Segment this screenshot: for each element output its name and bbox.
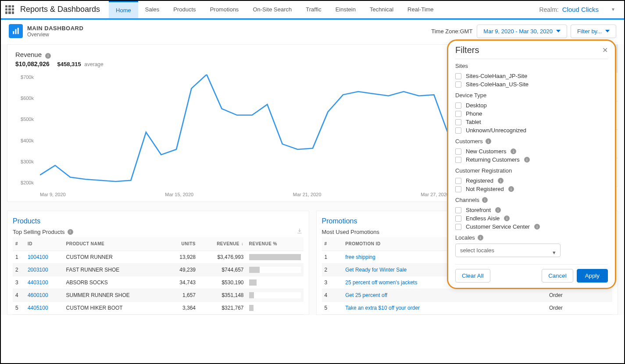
filter-option-label: Storefront bbox=[466, 207, 491, 213]
promotion-id-link[interactable]: free shipping bbox=[345, 254, 375, 260]
x-tick: Mar 15, 2020 bbox=[165, 192, 193, 197]
tab-on-site-search[interactable]: On-Site Search bbox=[246, 1, 299, 18]
promotion-class: Order bbox=[546, 301, 612, 314]
tab-real-time[interactable]: Real-Time bbox=[400, 1, 440, 18]
row-number: 2 bbox=[13, 263, 25, 276]
checkbox[interactable] bbox=[455, 81, 461, 88]
tab-sales[interactable]: Sales bbox=[138, 1, 167, 18]
cancel-button[interactable]: Cancel bbox=[542, 269, 573, 283]
info-icon[interactable]: i bbox=[478, 235, 483, 240]
product-id-link[interactable]: 4403100 bbox=[28, 279, 48, 286]
col-header[interactable]: REVENUE↓ bbox=[198, 237, 246, 251]
checkbox[interactable] bbox=[455, 111, 461, 117]
filter-option[interactable]: Registeredi bbox=[455, 177, 608, 185]
filter-option[interactable]: Endless Aislei bbox=[455, 214, 608, 223]
col-header[interactable]: PRODUCT NAME bbox=[64, 237, 167, 251]
checkbox[interactable] bbox=[455, 216, 461, 222]
info-icon[interactable]: i bbox=[508, 186, 514, 192]
clear-all-button[interactable]: Clear All bbox=[455, 269, 490, 283]
info-icon[interactable]: i bbox=[482, 197, 488, 203]
checkbox[interactable] bbox=[455, 119, 461, 125]
filter-option[interactable]: Phone bbox=[455, 110, 608, 118]
info-icon[interactable]: i bbox=[534, 224, 540, 230]
revenue-chart-card: Revenue i $10,082,926 $458,315 average $… bbox=[7, 44, 462, 202]
tab-home[interactable]: Home bbox=[109, 1, 138, 18]
filter-option[interactable]: Tablet bbox=[455, 118, 608, 126]
info-icon[interactable]: i bbox=[511, 148, 516, 154]
table-row: 11004100CUSTOM RUNNER13,928$3,476,993 bbox=[13, 251, 304, 263]
filter-by-label: Filter by... bbox=[577, 28, 602, 35]
svg-rect-0 bbox=[13, 31, 14, 34]
filter-option[interactable]: Sites-ColeHaan_US-Site bbox=[455, 80, 608, 88]
app-launcher-icon[interactable] bbox=[5, 5, 14, 14]
col-header[interactable]: ID bbox=[25, 237, 64, 251]
info-icon[interactable]: i bbox=[68, 229, 73, 235]
info-icon[interactable]: i bbox=[45, 53, 51, 59]
filter-option[interactable]: Desktop bbox=[455, 101, 608, 110]
date-range-picker[interactable]: Mar 9, 2020 - Mar 30, 2020 bbox=[477, 25, 567, 38]
dashboard-icon bbox=[9, 24, 23, 38]
filter-option[interactable]: Storefronti bbox=[455, 206, 608, 214]
promotion-id-link[interactable]: Get 25 percent off bbox=[345, 292, 387, 298]
realm-selector[interactable]: Realm: Cloud Clicks ▼ bbox=[539, 6, 620, 13]
tab-einstein[interactable]: Einstein bbox=[329, 1, 363, 18]
checkbox[interactable] bbox=[455, 178, 461, 184]
col-header[interactable]: UNITS bbox=[166, 237, 198, 251]
filter-group-title: Sites bbox=[455, 63, 608, 69]
filter-option-label: Phone bbox=[466, 110, 482, 117]
filter-option[interactable]: Unknown/Unrecognized bbox=[455, 126, 608, 134]
filter-option-label: Registered bbox=[466, 177, 493, 184]
checkbox[interactable] bbox=[455, 148, 461, 155]
apply-button[interactable]: Apply bbox=[577, 269, 608, 283]
filter-option[interactable]: New Customersi bbox=[455, 147, 608, 155]
col-header[interactable]: # bbox=[13, 237, 25, 251]
info-icon[interactable]: i bbox=[504, 216, 510, 221]
promotion-id-link[interactable]: Take an extra $10 off your order bbox=[345, 305, 420, 311]
filter-option[interactable]: Returning Customersi bbox=[455, 155, 608, 164]
product-name: ABSORB SOCKS bbox=[64, 276, 167, 289]
tab-promotions[interactable]: Promotions bbox=[203, 1, 246, 18]
checkbox[interactable] bbox=[455, 102, 461, 109]
info-icon[interactable]: i bbox=[524, 157, 530, 163]
col-header[interactable]: REVENUE % bbox=[246, 237, 304, 251]
info-icon[interactable]: i bbox=[495, 207, 501, 213]
chevron-down-icon bbox=[605, 30, 610, 32]
checkbox[interactable] bbox=[455, 73, 461, 79]
tab-products[interactable]: Products bbox=[166, 1, 203, 18]
revenue-line-chart: $700k$600k$500k$400k$300k$200k Mar 9, 20… bbox=[15, 74, 454, 197]
filter-option[interactable]: Customer Service Centeri bbox=[455, 223, 608, 231]
info-icon[interactable]: i bbox=[498, 178, 504, 184]
locales-select[interactable]: select locales ▾ bbox=[455, 244, 561, 257]
promotion-id-link[interactable]: 25 percent off women's jackets bbox=[345, 279, 417, 286]
product-name: FAST RUNNER SHOE bbox=[64, 263, 167, 276]
units: 1,657 bbox=[166, 289, 198, 301]
product-id-link[interactable]: 4405100 bbox=[28, 305, 48, 311]
y-tick: $700k bbox=[15, 74, 34, 80]
close-icon[interactable]: ✕ bbox=[602, 46, 608, 54]
tab-technical[interactable]: Technical bbox=[363, 1, 400, 18]
promotion-id-link[interactable]: Get Ready for Winter Sale bbox=[345, 267, 407, 273]
product-id-link[interactable]: 4600100 bbox=[28, 292, 48, 298]
info-icon[interactable]: i bbox=[486, 138, 491, 144]
checkbox[interactable] bbox=[455, 157, 461, 163]
checkbox[interactable] bbox=[455, 186, 461, 192]
y-tick: $500k bbox=[15, 117, 34, 122]
filter-by-button[interactable]: Filter by... bbox=[571, 25, 616, 38]
checkbox[interactable] bbox=[455, 207, 461, 213]
revenue-average: $458,315 bbox=[57, 61, 81, 67]
download-icon[interactable] bbox=[296, 228, 303, 235]
checkbox[interactable] bbox=[455, 224, 461, 230]
filter-option[interactable]: Not Registeredi bbox=[455, 185, 608, 193]
col-header[interactable]: # bbox=[322, 237, 343, 251]
filter-option-label: Tablet bbox=[466, 119, 481, 125]
product-id-link[interactable]: 2003100 bbox=[28, 267, 48, 273]
filter-group-title: Channelsi bbox=[455, 197, 608, 203]
x-tick: Mar 21, 2020 bbox=[293, 192, 321, 197]
products-subtitle: Top Selling Products bbox=[13, 229, 65, 235]
product-id-link[interactable]: 1004100 bbox=[28, 254, 48, 260]
checkbox[interactable] bbox=[455, 127, 461, 134]
revenue: $321,767 bbox=[198, 301, 246, 314]
tab-traffic[interactable]: Traffic bbox=[299, 1, 328, 18]
filter-option[interactable]: Sites-ColeHaan_JP-Site bbox=[455, 72, 608, 80]
page-title: MAIN DASHBOARD bbox=[27, 25, 83, 32]
